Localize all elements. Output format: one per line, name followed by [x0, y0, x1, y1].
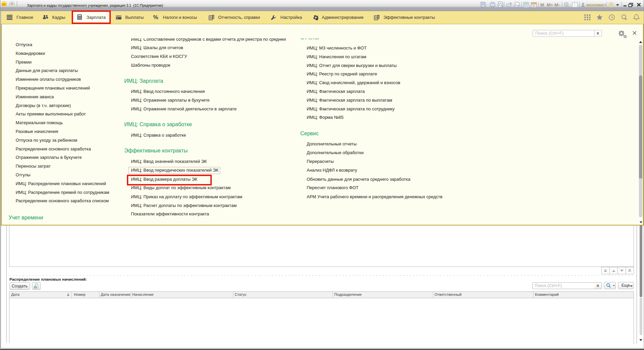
svg-text:1С: 1С	[2, 3, 6, 6]
svg-text:M-: M-	[554, 2, 560, 7]
svg-text:31: 31	[533, 4, 535, 7]
svg-text:экономист: экономист	[586, 3, 607, 7]
svg-text:M: M	[540, 2, 544, 7]
svg-text:i: i	[610, 3, 611, 7]
svg-text:M+: M+	[547, 2, 553, 7]
